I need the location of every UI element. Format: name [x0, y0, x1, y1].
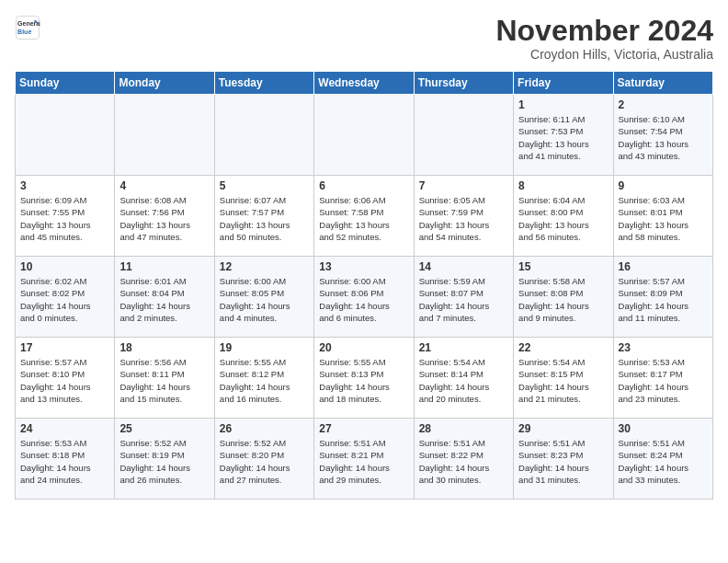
day-detail: Sunrise: 5:55 AM Sunset: 8:12 PM Dayligh…	[220, 356, 309, 405]
day-detail: Sunrise: 6:05 AM Sunset: 7:59 PM Dayligh…	[419, 194, 508, 243]
day-detail: Sunrise: 5:51 AM Sunset: 8:22 PM Dayligh…	[419, 437, 508, 486]
calendar-cell: 14Sunrise: 5:59 AM Sunset: 8:07 PM Dayli…	[414, 257, 513, 338]
day-number: 17	[20, 341, 109, 354]
day-number: 20	[319, 341, 408, 354]
day-number: 1	[518, 98, 608, 111]
calendar-cell: 18Sunrise: 5:56 AM Sunset: 8:11 PM Dayli…	[115, 338, 214, 419]
day-detail: Sunrise: 6:00 AM Sunset: 8:05 PM Dayligh…	[220, 275, 309, 324]
day-number: 24	[20, 422, 109, 435]
day-detail: Sunrise: 5:57 AM Sunset: 8:10 PM Dayligh…	[20, 356, 109, 405]
day-detail: Sunrise: 6:11 AM Sunset: 7:53 PM Dayligh…	[518, 113, 608, 162]
calendar-body: 1Sunrise: 6:11 AM Sunset: 7:53 PM Daylig…	[16, 95, 713, 500]
calendar-cell: 30Sunrise: 5:51 AM Sunset: 8:24 PM Dayli…	[613, 419, 712, 500]
calendar-header-friday: Friday	[514, 72, 613, 95]
calendar-cell: 26Sunrise: 5:52 AM Sunset: 8:20 PM Dayli…	[214, 419, 313, 500]
calendar-cell: 13Sunrise: 6:00 AM Sunset: 8:06 PM Dayli…	[314, 257, 414, 338]
day-detail: Sunrise: 5:54 AM Sunset: 8:14 PM Dayligh…	[419, 356, 508, 405]
calendar-cell: 9Sunrise: 6:03 AM Sunset: 8:01 PM Daylig…	[613, 176, 712, 257]
calendar-cell: 27Sunrise: 5:51 AM Sunset: 8:21 PM Dayli…	[314, 419, 414, 500]
day-detail: Sunrise: 5:53 AM Sunset: 8:17 PM Dayligh…	[619, 356, 708, 405]
day-detail: Sunrise: 5:51 AM Sunset: 8:23 PM Dayligh…	[518, 437, 608, 486]
day-number: 22	[518, 341, 608, 354]
calendar-cell: 1Sunrise: 6:11 AM Sunset: 7:53 PM Daylig…	[514, 95, 613, 176]
month-title: November 2024	[495, 15, 713, 47]
day-number: 19	[220, 341, 309, 354]
calendar-cell: 15Sunrise: 5:58 AM Sunset: 8:08 PM Dayli…	[514, 257, 613, 338]
day-number: 12	[220, 260, 309, 273]
day-detail: Sunrise: 5:52 AM Sunset: 8:20 PM Dayligh…	[220, 437, 309, 486]
calendar-cell: 24Sunrise: 5:53 AM Sunset: 8:18 PM Dayli…	[16, 419, 115, 500]
calendar-cell: 16Sunrise: 5:57 AM Sunset: 8:09 PM Dayli…	[613, 257, 712, 338]
day-detail: Sunrise: 6:00 AM Sunset: 8:06 PM Dayligh…	[319, 275, 408, 324]
calendar-cell: 8Sunrise: 6:04 AM Sunset: 8:00 PM Daylig…	[514, 176, 613, 257]
calendar-cell: 28Sunrise: 5:51 AM Sunset: 8:22 PM Dayli…	[414, 419, 513, 500]
calendar-cell: 5Sunrise: 6:07 AM Sunset: 7:57 PM Daylig…	[214, 176, 313, 257]
calendar-cell	[414, 95, 513, 176]
calendar-cell: 7Sunrise: 6:05 AM Sunset: 7:59 PM Daylig…	[414, 176, 513, 257]
calendar-cell: 25Sunrise: 5:52 AM Sunset: 8:19 PM Dayli…	[115, 419, 214, 500]
svg-text:General: General	[17, 20, 40, 27]
day-detail: Sunrise: 5:52 AM Sunset: 8:19 PM Dayligh…	[119, 437, 209, 486]
day-detail: Sunrise: 6:01 AM Sunset: 8:04 PM Dayligh…	[119, 275, 209, 324]
day-number: 10	[20, 260, 109, 273]
day-number: 9	[619, 179, 708, 192]
day-detail: Sunrise: 5:58 AM Sunset: 8:08 PM Dayligh…	[518, 275, 608, 324]
day-detail: Sunrise: 5:57 AM Sunset: 8:09 PM Dayligh…	[619, 275, 708, 324]
calendar-cell: 10Sunrise: 6:02 AM Sunset: 8:02 PM Dayli…	[16, 257, 115, 338]
calendar-cell: 21Sunrise: 5:54 AM Sunset: 8:14 PM Dayli…	[414, 338, 513, 419]
day-number: 3	[20, 179, 109, 192]
day-number: 29	[518, 422, 608, 435]
day-detail: Sunrise: 6:04 AM Sunset: 8:00 PM Dayligh…	[518, 194, 608, 243]
calendar-cell	[16, 95, 115, 176]
calendar-header-row: SundayMondayTuesdayWednesdayThursdayFrid…	[16, 72, 713, 95]
calendar-cell	[214, 95, 313, 176]
calendar-header-tuesday: Tuesday	[214, 72, 313, 95]
day-detail: Sunrise: 5:56 AM Sunset: 8:11 PM Dayligh…	[119, 356, 209, 405]
calendar-week-1: 1Sunrise: 6:11 AM Sunset: 7:53 PM Daylig…	[16, 95, 713, 176]
day-number: 5	[220, 179, 309, 192]
calendar-cell: 19Sunrise: 5:55 AM Sunset: 8:12 PM Dayli…	[214, 338, 313, 419]
day-number: 25	[119, 422, 209, 435]
calendar-cell: 11Sunrise: 6:01 AM Sunset: 8:04 PM Dayli…	[115, 257, 214, 338]
day-number: 2	[619, 98, 708, 111]
calendar-cell: 3Sunrise: 6:09 AM Sunset: 7:55 PM Daylig…	[16, 176, 115, 257]
day-number: 23	[619, 341, 708, 354]
calendar-cell	[115, 95, 214, 176]
day-number: 7	[419, 179, 508, 192]
day-number: 15	[518, 260, 608, 273]
logo: General Blue	[15, 15, 40, 40]
day-detail: Sunrise: 6:08 AM Sunset: 7:56 PM Dayligh…	[119, 194, 209, 243]
svg-rect-0	[17, 17, 40, 40]
calendar-week-5: 24Sunrise: 5:53 AM Sunset: 8:18 PM Dayli…	[16, 419, 713, 500]
calendar-cell: 12Sunrise: 6:00 AM Sunset: 8:05 PM Dayli…	[214, 257, 313, 338]
day-detail: Sunrise: 6:07 AM Sunset: 7:57 PM Dayligh…	[220, 194, 309, 243]
calendar-header-saturday: Saturday	[613, 72, 712, 95]
svg-text:Blue: Blue	[17, 29, 31, 35]
day-number: 6	[319, 179, 408, 192]
day-detail: Sunrise: 5:51 AM Sunset: 8:21 PM Dayligh…	[319, 437, 408, 486]
day-number: 27	[319, 422, 408, 435]
calendar-header-wednesday: Wednesday	[314, 72, 414, 95]
calendar-cell	[314, 95, 414, 176]
calendar-table: SundayMondayTuesdayWednesdayThursdayFrid…	[15, 71, 713, 500]
day-detail: Sunrise: 5:54 AM Sunset: 8:15 PM Dayligh…	[518, 356, 608, 405]
day-detail: Sunrise: 5:53 AM Sunset: 8:18 PM Dayligh…	[20, 437, 109, 486]
day-number: 18	[119, 341, 209, 354]
day-detail: Sunrise: 6:06 AM Sunset: 7:58 PM Dayligh…	[319, 194, 408, 243]
calendar-cell: 6Sunrise: 6:06 AM Sunset: 7:58 PM Daylig…	[314, 176, 414, 257]
day-number: 28	[419, 422, 508, 435]
day-number: 8	[518, 179, 608, 192]
calendar-cell: 2Sunrise: 6:10 AM Sunset: 7:54 PM Daylig…	[613, 95, 712, 176]
calendar-header-monday: Monday	[115, 72, 214, 95]
day-number: 14	[419, 260, 508, 273]
day-detail: Sunrise: 6:03 AM Sunset: 8:01 PM Dayligh…	[619, 194, 708, 243]
day-number: 11	[119, 260, 209, 273]
calendar-week-3: 10Sunrise: 6:02 AM Sunset: 8:02 PM Dayli…	[16, 257, 713, 338]
day-number: 13	[319, 260, 408, 273]
day-detail: Sunrise: 6:09 AM Sunset: 7:55 PM Dayligh…	[20, 194, 109, 243]
day-number: 21	[419, 341, 508, 354]
calendar-header-sunday: Sunday	[16, 72, 115, 95]
subtitle: Croydon Hills, Victoria, Australia	[495, 47, 713, 62]
day-detail: Sunrise: 5:51 AM Sunset: 8:24 PM Dayligh…	[619, 437, 708, 486]
day-number: 30	[619, 422, 708, 435]
